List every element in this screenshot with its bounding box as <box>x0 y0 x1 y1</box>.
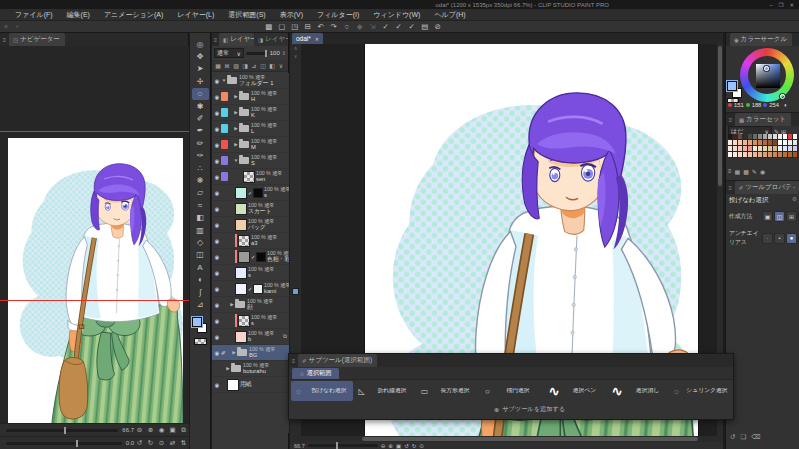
clip-studio-icon[interactable]: ▩ <box>262 22 275 31</box>
layer-row[interactable]: ◉✓100 % 通常kami <box>212 281 289 297</box>
visibility-eye-icon[interactable]: ◉ <box>213 318 221 324</box>
fill-icon[interactable]: ◆ <box>353 22 366 31</box>
layer-thumbnail[interactable] <box>238 235 250 247</box>
fit-screen-icon[interactable]: ◉ <box>156 426 167 434</box>
option-button[interactable]: ● <box>786 233 797 244</box>
maximize-button[interactable]: ❐ <box>778 2 783 8</box>
tab-subtool[interactable]: ✐ サブツール(選択範囲) <box>298 354 377 367</box>
tab-layer-property[interactable]: ◨ レイヤープロパティ <box>254 33 288 46</box>
layer-color-tag[interactable] <box>221 140 228 149</box>
pencil-tool[interactable]: ✏ <box>192 137 209 149</box>
add-subtool-row[interactable]: ⊕ サブツールを追加する <box>289 402 733 416</box>
two-pane-icon[interactable]: ◧ <box>268 62 276 69</box>
register-default-icon[interactable]: ❏ <box>740 433 746 441</box>
blend-tool[interactable]: ≈ <box>192 199 209 211</box>
layer-mask-thumbnail[interactable] <box>256 252 266 262</box>
transform-icon[interactable]: ⇲ <box>366 22 379 31</box>
subtool-lasso-select[interactable]: ◌投げなわ選択 <box>291 381 353 401</box>
edit-color-icon[interactable]: ✎ <box>752 168 757 175</box>
transparent-color-chip[interactable] <box>194 338 207 345</box>
layer-color-tag[interactable] <box>221 92 228 101</box>
layer-color-tag[interactable] <box>221 172 228 181</box>
layer-thumbnail[interactable] <box>238 315 250 327</box>
navigator-zoom-slider[interactable] <box>6 429 118 432</box>
layer-row[interactable]: ◉100 % 通常s <box>212 265 289 281</box>
menu-item[interactable]: 表示(V) <box>273 10 310 20</box>
visibility-eye-icon[interactable]: ◉ <box>213 142 221 148</box>
menu-item[interactable]: フィルター(I) <box>310 10 366 20</box>
layer-row[interactable]: ◉100 % 通常スカート <box>212 201 289 217</box>
layer-thumbnail[interactable] <box>235 203 247 215</box>
eyedropper-tool[interactable]: ✐ <box>192 112 209 124</box>
blend-mode-select[interactable]: 通常 ∨ <box>214 48 244 58</box>
reset-rotation-icon[interactable]: ⊙ <box>419 443 424 449</box>
text-tool[interactable]: A <box>192 261 209 273</box>
visibility-eye-icon[interactable]: ◉ <box>213 110 221 116</box>
restore-default-icon[interactable]: ↺ <box>730 433 735 441</box>
layer-row[interactable]: ◉100 % 通常a3 <box>212 233 289 249</box>
layer-mask-thumbnail[interactable] <box>253 284 263 294</box>
menu-item[interactable]: 選択範囲(S) <box>221 10 272 20</box>
layer-row[interactable]: ◉100 % 通常バッグ <box>212 217 289 233</box>
layer-move-tool[interactable]: ✢ <box>192 75 209 87</box>
layer-mask-thumbnail[interactable] <box>253 188 263 198</box>
canvas-zoom-slider[interactable] <box>308 444 378 447</box>
tab-layers[interactable]: ◧ レイヤー <box>219 33 254 46</box>
navigator-rotate-slider[interactable] <box>6 442 122 445</box>
fit-screen-icon[interactable]: ▣ <box>396 443 401 449</box>
visibility-eye-icon[interactable]: ◉ <box>213 190 221 196</box>
opacity-slider[interactable] <box>246 52 268 55</box>
rotate-right-icon[interactable]: ↻ <box>412 443 417 449</box>
small-grid-icon[interactable]: ▦ <box>735 168 741 175</box>
flip-horizontal-icon[interactable]: ⇄ <box>167 439 178 447</box>
find-color-icon[interactable]: ◉ <box>760 168 765 175</box>
navigator-preview[interactable] <box>0 46 189 423</box>
option-button[interactable]: ▣ <box>762 211 773 222</box>
tab-color-circle[interactable]: ◉ カラーサークル <box>730 33 792 46</box>
pen-tool[interactable]: ✒ <box>192 125 209 137</box>
layer-color-tag[interactable] <box>221 124 228 133</box>
rotate-right-icon[interactable]: ↻ <box>145 439 156 447</box>
layer-thumbnail[interactable] <box>235 283 247 295</box>
color-swatch[interactable] <box>793 152 798 158</box>
brush-tool[interactable]: ✑ <box>192 150 209 162</box>
dropdown-icon[interactable]: ∨ <box>277 62 285 69</box>
layer-folder-row[interactable]: ◉▶100 % 通常M <box>212 137 289 153</box>
layer-row[interactable]: ◉✓100 % 通常色相・彩度・明度 <box>212 249 289 265</box>
subtool-polyline-select[interactable]: ◺折れ線選択 <box>354 381 416 401</box>
snap-ruler-icon[interactable]: ✓ <box>379 22 392 31</box>
blend-palette-icon[interactable]: ▦ <box>214 62 222 69</box>
ruler-layer-icon[interactable]: ⊿ <box>250 62 258 69</box>
layer-thumbnail[interactable] <box>235 187 247 199</box>
layer-row[interactable]: ◉用紙 <box>212 377 289 393</box>
view-settings-icon[interactable]: ▤ <box>418 22 431 31</box>
spinner-icon[interactable]: ⇕ <box>282 50 286 56</box>
layer-folder-row[interactable]: ◉▶100 % 通常K <box>212 105 289 121</box>
balloon-tool[interactable]: ◖ <box>192 273 209 285</box>
panel-menu-icon[interactable]: ≡ <box>212 37 219 43</box>
subtool-group-tab[interactable]: ◌ 選択範囲 <box>292 368 339 379</box>
no-tone-icon[interactable]: ⊘ <box>431 22 444 31</box>
document-tab[interactable]: odai* ✕ <box>292 33 323 44</box>
snap-grid-icon[interactable]: ✓ <box>405 22 418 31</box>
menu-item[interactable]: アニメーション(A) <box>97 10 170 20</box>
gradient-tool[interactable]: ▥ <box>192 224 209 236</box>
layer-color-tag[interactable] <box>221 156 228 165</box>
current-colors[interactable] <box>192 317 208 333</box>
delete-subtool-icon[interactable]: ⌫ <box>751 433 760 441</box>
visibility-eye-icon[interactable]: ◉ <box>213 78 221 84</box>
layer-folder-row[interactable]: ◉▼100 % 通常フォルダー 1 <box>212 73 289 89</box>
visibility-eye-icon[interactable]: ◉ <box>213 206 221 212</box>
history-forward-icon[interactable]: ‹ <box>12 23 22 30</box>
zoom-in-icon[interactable]: ⊕ <box>388 443 393 449</box>
reset-rotation-icon[interactable]: ⊙ <box>156 439 167 447</box>
minimize-button[interactable]: – <box>769 2 772 8</box>
menu-item[interactable]: 編集(E) <box>60 10 97 20</box>
color-wheel[interactable] <box>740 48 794 102</box>
visibility-eye-icon[interactable]: ◉ <box>213 270 221 276</box>
panel-menu-icon[interactable]: ≡ <box>289 358 298 364</box>
visibility-eye-icon[interactable]: ◉ <box>213 382 221 388</box>
fill-tool[interactable]: ◧ <box>192 211 209 223</box>
new-window-icon[interactable]: ⧉ <box>178 426 189 434</box>
zoom-in-icon[interactable]: ⊕ <box>145 426 156 434</box>
